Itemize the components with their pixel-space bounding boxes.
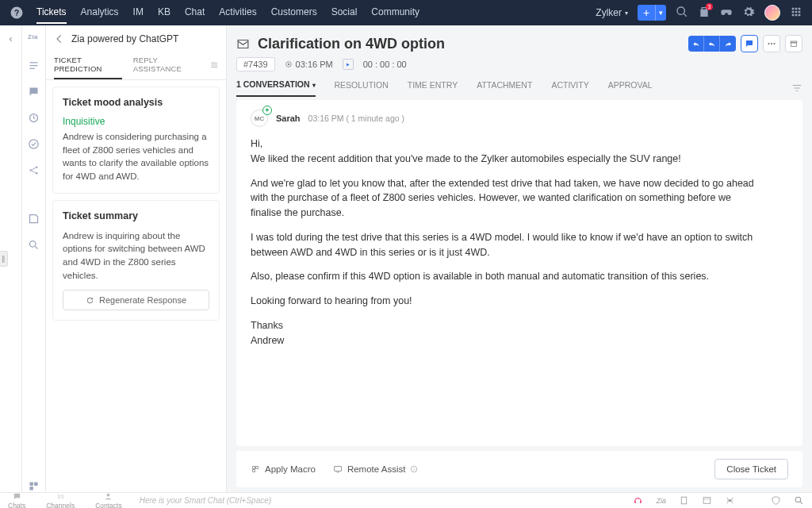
gamification-icon[interactable] bbox=[720, 6, 733, 21]
zia-rail-icon[interactable]: Zia bbox=[28, 33, 40, 45]
timer-play-button[interactable] bbox=[343, 59, 354, 70]
tab-reply-assistance[interactable]: REPLY ASSISTANCE bbox=[133, 51, 199, 79]
nav-community[interactable]: Community bbox=[371, 2, 419, 24]
plus-icon: + bbox=[638, 5, 655, 21]
search-icon[interactable] bbox=[676, 6, 688, 21]
zia-panel: Zia powered by ChatGPT TICKET PREDICTION… bbox=[46, 25, 227, 492]
svg-rect-14 bbox=[334, 467, 341, 471]
tab-conversation[interactable]: 1 CONVERSATION ▾ bbox=[236, 79, 316, 97]
bottom-chats[interactable]: Chats bbox=[8, 492, 25, 509]
approval-rail-icon[interactable] bbox=[28, 138, 40, 150]
extension-icon[interactable] bbox=[28, 480, 40, 492]
signal-icon[interactable] bbox=[725, 495, 735, 506]
nav-tickets[interactable]: Tickets bbox=[36, 2, 67, 24]
zia-header: Zia powered by ChatGPT bbox=[71, 33, 178, 44]
apply-macro-button[interactable]: Apply Macro bbox=[251, 464, 316, 474]
tab-attachment[interactable]: ATTACHMENT bbox=[477, 80, 532, 96]
svg-point-10 bbox=[771, 43, 772, 44]
zia-tab-menu-icon[interactable] bbox=[210, 51, 218, 79]
summary-card: Ticket summary Andrew is inquiring about… bbox=[52, 200, 220, 321]
top-nav: Tickets Analytics IM KB Chat Activities … bbox=[36, 2, 419, 24]
mood-body: Andrew is considering purchasing a fleet… bbox=[63, 130, 209, 183]
macro-icon bbox=[251, 464, 260, 474]
nav-social[interactable]: Social bbox=[331, 2, 358, 24]
tab-resolution[interactable]: RESOLUTION bbox=[335, 80, 389, 96]
chevron-down-icon[interactable]: ▾ bbox=[655, 5, 666, 21]
mail-icon bbox=[236, 37, 250, 51]
clipboard-icon[interactable] bbox=[679, 495, 689, 506]
tab-time-entry[interactable]: TIME ENTRY bbox=[408, 80, 458, 96]
share-icon[interactable] bbox=[28, 164, 40, 176]
tabs-filter-icon[interactable] bbox=[791, 83, 802, 94]
workspace-switcher[interactable]: Zylker▾ bbox=[596, 7, 628, 18]
bottom-channels[interactable]: Channels bbox=[46, 492, 75, 509]
headset-icon[interactable] bbox=[633, 495, 643, 506]
nav-kb[interactable]: KB bbox=[158, 2, 170, 24]
comment-button[interactable] bbox=[741, 35, 758, 52]
search-rail-icon[interactable] bbox=[28, 239, 40, 251]
svg-point-20 bbox=[795, 497, 801, 502]
back-icon[interactable] bbox=[54, 33, 65, 44]
remote-assist-button[interactable]: Remote Assist bbox=[333, 464, 419, 474]
attachments-rail-icon[interactable] bbox=[28, 213, 40, 225]
status-ring-icon: ✦ bbox=[262, 106, 272, 115]
apps-icon[interactable] bbox=[790, 6, 802, 21]
svg-point-2 bbox=[30, 169, 33, 171]
left-icon-rail: Zia bbox=[22, 25, 46, 492]
refresh-icon bbox=[86, 296, 94, 305]
close-ticket-button[interactable]: Close Ticket bbox=[714, 459, 788, 479]
drawer-handle[interactable]: ‖ bbox=[0, 251, 8, 267]
bottom-zia[interactable]: Zia bbox=[656, 497, 666, 505]
ticket-time: 03:16 PM bbox=[285, 60, 333, 69]
tab-approval[interactable]: APPROVAL bbox=[608, 80, 653, 96]
regenerate-button[interactable]: Regenerate Response bbox=[63, 290, 209, 310]
svg-rect-18 bbox=[703, 498, 710, 504]
svg-rect-7 bbox=[34, 483, 37, 486]
message-timestamp: 03:16 PM ( 1 minute ago ) bbox=[308, 114, 404, 123]
notifications-icon[interactable]: 3 bbox=[698, 6, 710, 21]
bottom-search-icon[interactable] bbox=[794, 495, 804, 506]
mood-title: Ticket mood analysis bbox=[63, 97, 209, 108]
new-button[interactable]: +▾ bbox=[638, 5, 666, 21]
svg-point-9 bbox=[768, 43, 770, 44]
smart-chat-placeholder[interactable]: Here is your Smart Chat (Ctrl+Space) bbox=[140, 496, 271, 505]
reply-button[interactable] bbox=[704, 36, 720, 52]
nav-customers[interactable]: Customers bbox=[271, 2, 317, 24]
svg-point-11 bbox=[774, 43, 776, 44]
forward-button[interactable] bbox=[720, 36, 736, 52]
archive-button[interactable] bbox=[785, 35, 802, 52]
nav-analytics[interactable]: Analytics bbox=[81, 2, 119, 24]
summary-body: Andrew is inquiring about the options fo… bbox=[63, 229, 209, 283]
svg-point-5 bbox=[30, 241, 36, 248]
svg-point-16 bbox=[107, 493, 110, 496]
mood-label: Inquisitive bbox=[63, 116, 209, 127]
nav-chat[interactable]: Chat bbox=[185, 2, 205, 24]
brand-icon bbox=[10, 6, 24, 20]
profile-avatar[interactable] bbox=[764, 5, 780, 21]
svg-rect-8 bbox=[30, 487, 33, 490]
moon-icon[interactable] bbox=[748, 495, 758, 506]
tab-ticket-prediction[interactable]: TICKET PREDICTION bbox=[54, 51, 122, 79]
tab-activity[interactable]: ACTIVITY bbox=[551, 80, 588, 96]
reply-all-button[interactable] bbox=[688, 36, 704, 52]
svg-rect-6 bbox=[30, 483, 33, 486]
bottom-contacts[interactable]: Contacts bbox=[95, 492, 122, 509]
svg-point-4 bbox=[36, 172, 38, 175]
mood-card: Ticket mood analysis Inquisitive Andrew … bbox=[52, 87, 220, 194]
summary-title: Ticket summary bbox=[63, 210, 209, 221]
nav-im[interactable]: IM bbox=[133, 2, 144, 24]
panel-icon[interactable] bbox=[702, 495, 712, 506]
more-button[interactable] bbox=[763, 35, 780, 52]
ticket-title: Clarification on 4WD option bbox=[258, 36, 445, 52]
timeline-icon[interactable] bbox=[28, 112, 40, 124]
nav-activities[interactable]: Activities bbox=[219, 2, 256, 24]
info-icon bbox=[410, 465, 418, 473]
gear-icon[interactable] bbox=[742, 6, 755, 21]
svg-point-19 bbox=[729, 499, 731, 502]
svg-point-1 bbox=[29, 140, 38, 148]
chat-bubble-icon[interactable] bbox=[28, 86, 40, 98]
shield-icon[interactable] bbox=[771, 495, 781, 506]
svg-point-13 bbox=[287, 64, 289, 66]
properties-icon[interactable] bbox=[28, 60, 40, 71]
remote-icon bbox=[333, 464, 343, 474]
